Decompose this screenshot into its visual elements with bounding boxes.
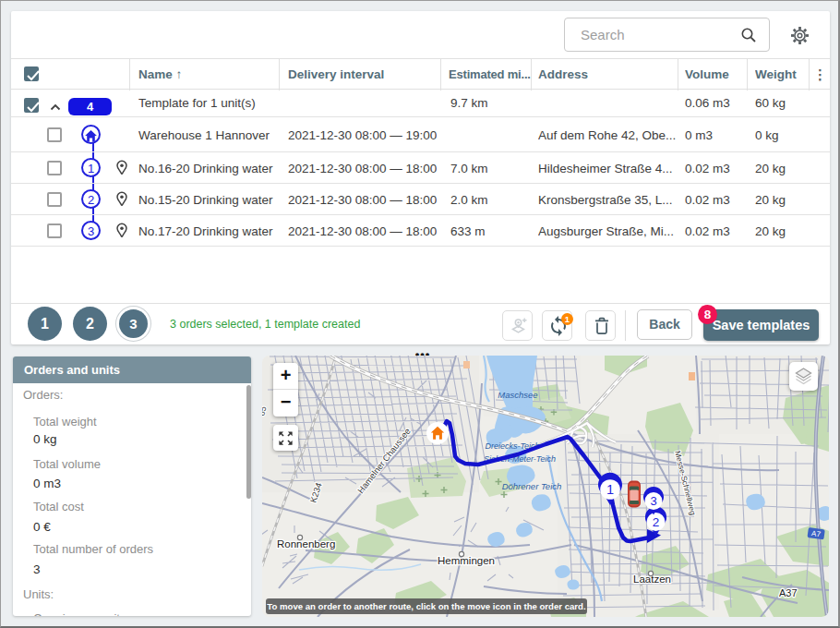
svg-text:Hemmingen: Hemmingen [438,555,495,566]
svg-text:A7: A7 [811,529,822,538]
svg-text:A37: A37 [779,587,798,598]
svg-text:1: 1 [606,482,614,497]
svg-text:Döhrener Teich: Döhrener Teich [502,481,562,491]
svg-text:Maschsee: Maschsee [498,390,537,400]
svg-text:3: 3 [650,494,656,508]
svg-text:2: 2 [653,515,660,529]
svg-text:Ronnenberg: Ronnenberg [277,538,335,550]
